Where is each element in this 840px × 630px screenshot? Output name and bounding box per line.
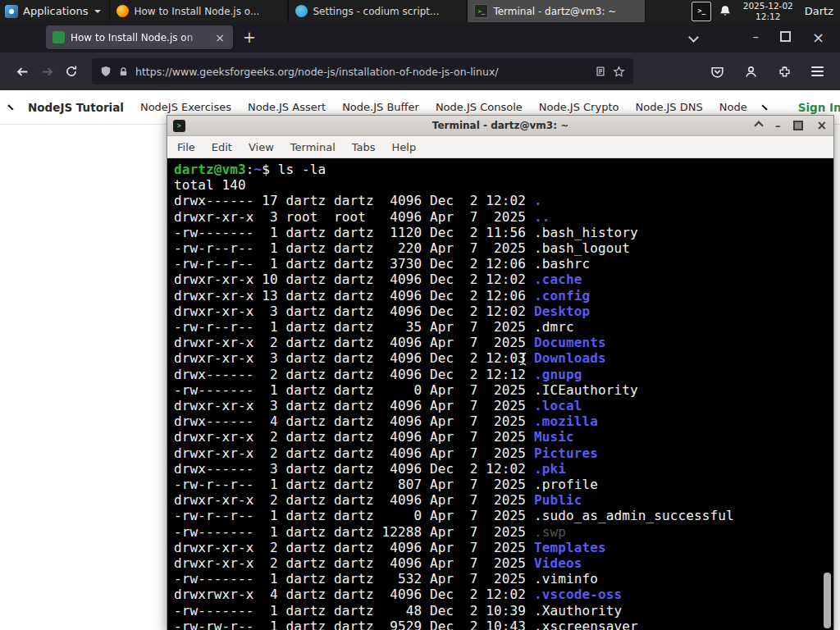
- nav-chevron-left-icon[interactable]: [7, 104, 13, 110]
- nav-link-assert[interactable]: Node.JS Assert: [248, 101, 326, 113]
- terminal-line: total 140: [174, 177, 833, 193]
- maximize-icon: [780, 31, 791, 42]
- terminal-line: drwxr-xr-x 2 dartz dartz 4096 Apr 7 2025…: [174, 429, 833, 445]
- extensions-icon[interactable]: [778, 65, 792, 79]
- forward-icon: [40, 65, 54, 79]
- window-button-list: How to Install Node.js o... Settings - c…: [109, 0, 646, 22]
- desktop: Applications How to Install Node.js o...…: [0, 0, 840, 630]
- url-text: https://www.geeksforgeeks.org/node-js/in…: [135, 66, 588, 78]
- terminal-line: -rw------- 1 dartz dartz 0 Apr 7 2025 .I…: [174, 382, 833, 398]
- terminal-line: drwxrwxr-x 4 dartz dartz 4096 Dec 2 12:0…: [174, 587, 833, 602]
- terminal-shade-button[interactable]: [754, 121, 763, 130]
- terminal-window-controls: – ×: [756, 116, 827, 135]
- menu-item-terminal[interactable]: Terminal: [282, 141, 344, 153]
- terminal-minimize-button[interactable]: –: [775, 121, 781, 131]
- tabbar-controls: – ×: [690, 30, 840, 45]
- terminal-line: drwxr-xr-x 2 dartz dartz 4096 Apr 7 2025…: [174, 555, 833, 571]
- notification-bell-icon[interactable]: [719, 5, 732, 18]
- window-button-label: Settings - codium script...: [313, 6, 439, 17]
- tab-bar: How to Install Node.js on × + – ×: [0, 22, 840, 52]
- terminal-line: -rw-r--r-- 1 dartz dartz 3730 Dec 2 12:0…: [174, 256, 833, 272]
- menu-item-file[interactable]: File: [169, 141, 203, 153]
- window-button-firefox[interactable]: How to Install Node.js o...: [109, 0, 288, 22]
- gfg-favicon-icon: [52, 31, 65, 43]
- terminal-maximize-button[interactable]: [793, 121, 803, 130]
- url-bar[interactable]: https://www.geeksforgeeks.org/node-js/in…: [92, 58, 633, 84]
- top-panel: Applications How to Install Node.js o...…: [0, 0, 840, 22]
- terminal-line: drwx------ 17 dartz dartz 4096 Dec 2 12:…: [174, 193, 833, 208]
- terminal-line: drwxr-xr-x 13 dartz dartz 4096 Dec 2 12:…: [174, 288, 833, 304]
- nav-link-buffer[interactable]: Node.JS Buffer: [342, 101, 419, 113]
- terminal-line: -rw------- 1 dartz dartz 532 Apr 7 2025 …: [174, 571, 833, 587]
- shield-icon[interactable]: [100, 66, 112, 77]
- menu-item-help[interactable]: Help: [384, 141, 425, 153]
- terminal-scrollbar-thumb[interactable]: [824, 573, 831, 628]
- applications-button[interactable]: Applications: [0, 0, 109, 22]
- reader-mode-icon[interactable]: [595, 66, 606, 77]
- menu-hamburger-icon[interactable]: [811, 66, 824, 76]
- terminal-line: drwxr-xr-x 3 dartz dartz 4096 Dec 2 12:0…: [174, 304, 833, 319]
- terminal-icon: [474, 4, 488, 18]
- back-icon: [16, 65, 30, 79]
- terminal-titlebar[interactable]: Terminal - dartz@vm3: ~ – ×: [167, 116, 833, 136]
- nav-link-truncated[interactable]: Node: [719, 101, 747, 113]
- nav-link-exercises[interactable]: NodeJS Exercises: [140, 101, 231, 113]
- terminal-close-button[interactable]: ×: [816, 120, 827, 132]
- menu-item-view[interactable]: View: [240, 141, 282, 153]
- sign-in-button[interactable]: Sign In: [798, 101, 840, 114]
- terminal-title: Terminal - dartz@vm3: ~: [432, 120, 568, 131]
- window-maximize-button[interactable]: [769, 31, 801, 44]
- nav-chevron-right-icon[interactable]: [761, 104, 767, 110]
- terminal-line: drwxr-xr-x 3 root root 4096 Apr 7 2025 .…: [174, 209, 833, 225]
- applications-caret-icon: [94, 10, 101, 13]
- tab-title: How to Install Node.js on: [71, 32, 208, 43]
- window-button-label: Terminal - dartz@vm3: ~: [493, 6, 616, 17]
- terminal-line: -rw-r--r-- 1 dartz dartz 220 Apr 7 2025 …: [174, 240, 833, 256]
- codium-icon: [295, 5, 308, 17]
- browser-tab[interactable]: How to Install Node.js on ×: [46, 25, 233, 49]
- terminal-line: drwxr-xr-x 3 dartz dartz 4096 Apr 7 2025…: [174, 398, 833, 413]
- window-close-button[interactable]: ×: [801, 30, 835, 45]
- firefox-icon: [116, 5, 129, 17]
- nav-link-crypto[interactable]: Node.JS Crypto: [539, 101, 619, 113]
- terminal-line: drwx------ 3 dartz dartz 4096 Dec 2 12:0…: [174, 461, 833, 477]
- panel-right-area: 2025-12-02 12:12 Dartz: [719, 0, 840, 22]
- menu-item-tabs[interactable]: Tabs: [344, 141, 384, 153]
- terminal-line: -rw-r--r-- 1 dartz dartz 35 Apr 7 2025 .…: [174, 319, 833, 335]
- terminal-line: -rw------- 1 dartz dartz 1120 Dec 2 11:5…: [174, 225, 833, 240]
- pocket-icon[interactable]: [710, 65, 724, 79]
- clock[interactable]: 2025-12-02 12:12: [743, 1, 793, 21]
- clock-date: 2025-12-02: [743, 1, 793, 11]
- new-tab-button[interactable]: +: [243, 30, 256, 45]
- terminal-line: -rw------- 1 dartz dartz 48 Dec 2 10:39 …: [174, 603, 833, 619]
- bookmark-star-icon[interactable]: [613, 66, 625, 78]
- window-minimize-button[interactable]: –: [742, 31, 769, 43]
- terminal-line: -rw-r--r-- 1 dartz dartz 0 Apr 7 2025 .s…: [174, 508, 833, 523]
- terminal-line: drwxr-xr-x 2 dartz dartz 4096 Apr 7 2025…: [174, 335, 833, 350]
- reload-icon: [65, 65, 78, 78]
- text-cursor-ibeam: [518, 352, 527, 366]
- terminal-line: drwxr-xr-x 2 dartz dartz 4096 Apr 7 2025…: [174, 445, 833, 461]
- nav-link-console[interactable]: Node.JS Console: [436, 101, 523, 113]
- user-label[interactable]: Dartz: [805, 5, 833, 17]
- reload-button[interactable]: [59, 65, 84, 78]
- terminal-output[interactable]: dartz@vm3:~$ ls -latotal 140drwx------ 1…: [167, 158, 833, 630]
- terminal-line: drwx------ 4 dartz dartz 4096 Apr 7 2025…: [174, 413, 833, 429]
- forward-button[interactable]: [34, 65, 59, 79]
- nav-primary-link[interactable]: NodeJS Tutorial: [28, 101, 124, 114]
- tabs-list-chevron-icon[interactable]: [689, 32, 700, 43]
- menu-item-edit[interactable]: Edit: [203, 141, 240, 153]
- window-button-terminal[interactable]: Terminal - dartz@vm3: ~: [467, 0, 646, 22]
- account-icon[interactable]: [744, 65, 758, 79]
- back-button[interactable]: [10, 65, 34, 79]
- nav-link-dns[interactable]: Node.JS DNS: [635, 101, 702, 113]
- tray-terminal-icon[interactable]: [692, 2, 711, 21]
- applications-label: Applications: [23, 5, 88, 17]
- lock-icon[interactable]: [118, 66, 129, 77]
- terminal-window: Terminal - dartz@vm3: ~ – × File Edit Vi…: [167, 115, 834, 630]
- terminal-line: dartz@vm3:~$ ls -la: [174, 162, 833, 177]
- tab-close-icon[interactable]: ×: [213, 31, 226, 44]
- terminal-line: -rw-rw-r-- 1 dartz dartz 9529 Dec 2 10:4…: [174, 619, 833, 630]
- window-button-codium[interactable]: Settings - codium script...: [288, 0, 467, 22]
- toolbar-right-icons: [710, 65, 830, 79]
